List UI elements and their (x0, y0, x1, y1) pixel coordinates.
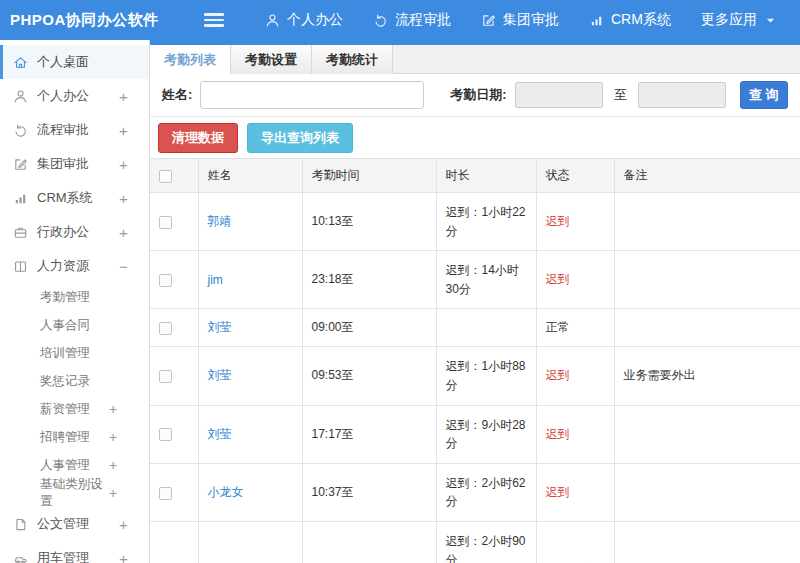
sidebar-subitem-label: 人事管理 (40, 457, 109, 474)
date-field-label: 考勤日期: (450, 86, 506, 104)
expand-icon[interactable]: + (119, 550, 149, 563)
tab-1[interactable]: 考勤列表 (150, 45, 231, 74)
row-checkbox-cell (150, 309, 198, 347)
employee-name-link[interactable]: jim (208, 273, 223, 287)
employee-name-cell: 管理员 (198, 521, 302, 563)
expand-icon[interactable]: + (119, 88, 149, 105)
status-cell: 迟到 (536, 193, 614, 251)
sidebar-subitem[interactable]: 薪资管理+ (0, 395, 149, 423)
topbar-item-1[interactable]: 个人办公 (250, 0, 358, 40)
row-checkbox-cell (150, 193, 198, 251)
status-cell: 迟到 (536, 463, 614, 521)
row-checkbox[interactable] (159, 428, 172, 441)
employee-name-cell: 刘莹 (198, 309, 302, 347)
date-from-input[interactable] (515, 82, 603, 108)
duration-cell: 迟到：2小时62分 (436, 463, 536, 521)
sidebar-subitem-label: 考勤管理 (40, 289, 149, 306)
tab-2[interactable]: 考勤设置 (231, 45, 312, 74)
topbar-item-3[interactable]: 集团审批 (466, 0, 574, 40)
row-checkbox[interactable] (159, 274, 172, 287)
sidebar-subitem[interactable]: 招聘管理+ (0, 423, 149, 451)
table-header-row: 姓名考勤时间时长状态备注 (150, 159, 800, 193)
edit-icon (13, 157, 28, 172)
employee-name-cell: 小龙女 (198, 463, 302, 521)
sidebar-subitem[interactable]: 基础类别设置+ (0, 479, 149, 507)
duration-cell: 迟到：2小时90分早退：7小时10分 (436, 521, 536, 563)
export-list-button[interactable]: 导出查询列表 (247, 123, 353, 153)
book-icon (13, 259, 28, 274)
query-button[interactable]: 查 询 (740, 81, 788, 109)
row-checkbox[interactable] (159, 322, 172, 335)
row-checkbox-cell (150, 347, 198, 405)
topbar-item-2[interactable]: 流程审批 (358, 0, 466, 40)
duration-cell: 迟到：1小时88分 (436, 347, 536, 405)
note-cell (614, 309, 800, 347)
note-cell (614, 463, 800, 521)
attendance-time-cell: 10:37至 (302, 463, 436, 521)
table-row: 小龙女10:37至迟到：2小时62分迟到 (150, 463, 800, 521)
expand-icon[interactable]: + (109, 457, 149, 473)
sidebar-subitem[interactable]: 人事管理+ (0, 451, 149, 479)
sidebar-subitem[interactable]: 考勤管理 (0, 283, 149, 311)
caret-down-icon (763, 13, 778, 28)
sidebar-subitem[interactable]: 奖惩记录 (0, 367, 149, 395)
note-cell: 1111 (614, 521, 800, 563)
expand-icon[interactable]: + (119, 516, 149, 533)
employee-name-link[interactable]: 小龙女 (208, 485, 244, 499)
date-to-input[interactable] (638, 82, 726, 108)
attendance-table-container: 姓名考勤时间时长状态备注 郭靖10:13至迟到：1小时22分迟到jim23:18… (150, 158, 800, 563)
column-header: 姓名 (198, 159, 302, 193)
expand-icon[interactable]: + (119, 190, 149, 207)
row-checkbox-cell (150, 251, 198, 309)
row-checkbox[interactable] (159, 370, 172, 383)
expand-icon[interactable]: + (109, 401, 149, 417)
edit-icon (481, 13, 496, 28)
row-checkbox-cell (150, 521, 198, 563)
table-row: 刘莹17:17至迟到：9小时28分迟到 (150, 405, 800, 463)
sidebar-item[interactable]: 行政办公+ (0, 215, 149, 249)
employee-name-link[interactable]: 刘莹 (208, 427, 232, 441)
attendance-time-cell: 23:18至 (302, 251, 436, 309)
expand-icon[interactable]: + (109, 429, 149, 445)
employee-name-link[interactable]: 刘莹 (208, 368, 232, 382)
sidebar-item[interactable]: 集团审批+ (0, 147, 149, 181)
expand-icon[interactable]: + (109, 485, 149, 501)
hamburger-menu-icon[interactable] (204, 10, 224, 30)
duration-cell: 迟到：14小时30分 (436, 251, 536, 309)
expand-icon[interactable]: + (119, 122, 149, 139)
expand-icon[interactable]: + (119, 156, 149, 173)
attendance-time-cell: 09:53至 (302, 347, 436, 405)
clean-data-button[interactable]: 清理数据 (158, 123, 238, 153)
collapse-icon[interactable]: − (119, 258, 149, 275)
sidebar-item[interactable]: 个人办公+ (0, 79, 149, 113)
tab-3[interactable]: 考勤统计 (312, 45, 393, 74)
topbar-item-label: 流程审批 (395, 11, 451, 29)
sidebar-item[interactable]: 流程审批+ (0, 113, 149, 147)
sidebar-item[interactable]: 用车管理+ (0, 541, 149, 563)
name-input[interactable] (200, 81, 424, 109)
employee-name-link[interactable]: 刘莹 (208, 320, 232, 334)
row-checkbox[interactable] (159, 216, 172, 229)
status-cell: 迟到 (536, 405, 614, 463)
attendance-time-cell: 10:13至 (302, 193, 436, 251)
expand-icon[interactable]: + (119, 224, 149, 241)
topbar-item-5[interactable]: 更多应用 (686, 0, 793, 40)
car-icon (13, 551, 28, 563)
employee-name-link[interactable]: 郭靖 (208, 214, 232, 228)
search-form: 姓名: 考勤日期: 至 查 询 (150, 74, 800, 117)
sidebar-item[interactable]: 公文管理+ (0, 507, 149, 541)
sidebar-item[interactable]: 人力资源− (0, 249, 149, 283)
sidebar-subitem[interactable]: 人事合同 (0, 311, 149, 339)
table-row: 郭靖10:13至迟到：1小时22分迟到 (150, 193, 800, 251)
select-all-checkbox[interactable] (159, 170, 172, 183)
app-title[interactable]: PHPOA协同办公软件 (0, 11, 158, 30)
attendance-time-cell: 10:54至10:54 (302, 521, 436, 563)
sidebar-subitem[interactable]: 培训管理 (0, 339, 149, 367)
attendance-table: 姓名考勤时间时长状态备注 郭靖10:13至迟到：1小时22分迟到jim23:18… (150, 158, 800, 563)
row-checkbox[interactable] (159, 487, 172, 500)
sidebar-item[interactable]: 个人桌面 (0, 45, 149, 79)
topbar-item-4[interactable]: CRM系统 (574, 0, 686, 40)
row-checkbox-cell (150, 405, 198, 463)
sidebar-item-label: 流程审批 (37, 121, 119, 139)
sidebar-item[interactable]: CRM系统+ (0, 181, 149, 215)
